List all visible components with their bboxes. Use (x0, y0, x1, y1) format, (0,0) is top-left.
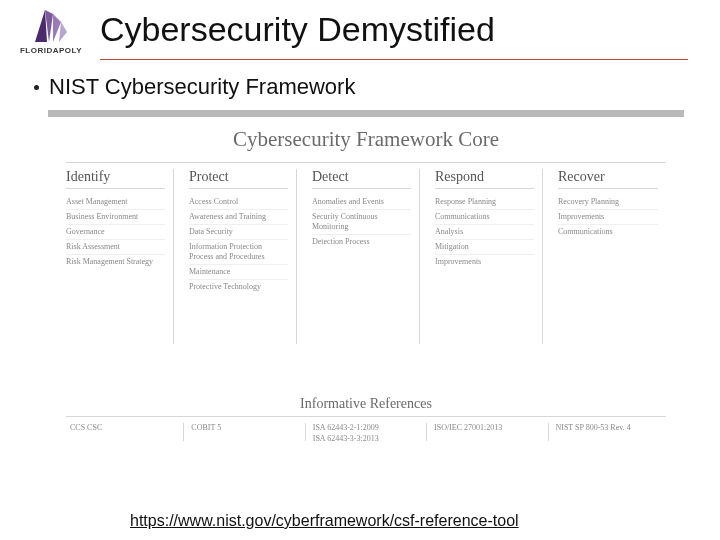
col-protect: Protect Access Control Awareness and Tra… (189, 169, 297, 344)
col-item: Detection Process (312, 235, 411, 249)
col-item: Protective Technology (189, 280, 288, 294)
col-item: Business Environment (66, 210, 165, 225)
col-item: Awareness and Training (189, 210, 288, 225)
bullet-row: NIST Cybersecurity Framework (0, 60, 720, 100)
inf-ref: NIST SP 800-53 Rev. 4 (555, 423, 662, 444)
col-item: Data Security (189, 225, 288, 240)
reference-url-link[interactable]: https://www.nist.gov/cyberframework/csf-… (130, 512, 519, 530)
informative-references: Informative References CCS CSC COBIT 5 I… (58, 396, 674, 444)
informative-row: CCS CSC COBIT 5 ISA 62443-2-1:2009 ISA 6… (58, 423, 674, 444)
informative-title: Informative References (58, 396, 674, 412)
bullet-dot-icon (34, 85, 39, 90)
col-identify: Identify Asset Management Business Envir… (66, 169, 174, 344)
floridapoly-logo-icon (31, 8, 71, 44)
inf-ref: COBIT 5 (191, 423, 298, 444)
logo-brand-text: FLORIDAPOLY (12, 46, 90, 55)
col-item: Communications (558, 225, 658, 239)
col-head: Detect (312, 169, 411, 185)
col-detect: Detect Anomalies and Events Security Con… (312, 169, 420, 344)
panel-title: Cybersecurity Framework Core (58, 127, 674, 152)
inf-ref: ISO/IEC 27001:2013 (434, 423, 541, 444)
col-item: Mitigation (435, 240, 534, 255)
col-respond: Respond Response Planning Communications… (435, 169, 543, 344)
col-item: Maintenance (189, 265, 288, 280)
col-item: Response Planning (435, 195, 534, 210)
col-recover: Recover Recovery Planning Improvements C… (558, 169, 666, 344)
col-head: Identify (66, 169, 165, 185)
col-item: Communications (435, 210, 534, 225)
slide-title: Cybersecurity Demystified (100, 10, 495, 49)
col-head: Recover (558, 169, 658, 185)
svg-marker-3 (59, 22, 67, 42)
inf-ref: ISA 62443-2-1:2009 ISA 62443-3-3:2013 (313, 423, 420, 444)
col-item: Risk Assessment (66, 240, 165, 255)
col-item: Security Continuous Monitoring (312, 210, 411, 235)
col-head: Protect (189, 169, 288, 185)
inf-ref: CCS CSC (70, 423, 177, 444)
col-item: Governance (66, 225, 165, 240)
col-item: Risk Management Strategy (66, 255, 165, 269)
col-item: Asset Management (66, 195, 165, 210)
bullet-text: NIST Cybersecurity Framework (49, 74, 355, 100)
slide-header: FLORIDAPOLY Cybersecurity Demystified (0, 0, 720, 59)
col-item: Anomalies and Events (312, 195, 411, 210)
col-item: Recovery Planning (558, 195, 658, 210)
col-item: Improvements (435, 255, 534, 269)
col-item: Analysis (435, 225, 534, 240)
logo-block: FLORIDAPOLY (12, 8, 90, 55)
framework-columns: Identify Asset Management Business Envir… (58, 169, 674, 344)
framework-panel: Cybersecurity Framework Core Identify As… (48, 110, 684, 460)
col-head: Respond (435, 169, 534, 185)
col-item: Improvements (558, 210, 658, 225)
col-item: Information Protection Process and Proce… (189, 240, 288, 265)
col-item: Access Control (189, 195, 288, 210)
svg-marker-0 (35, 10, 47, 42)
panel-title-underline (66, 162, 666, 163)
